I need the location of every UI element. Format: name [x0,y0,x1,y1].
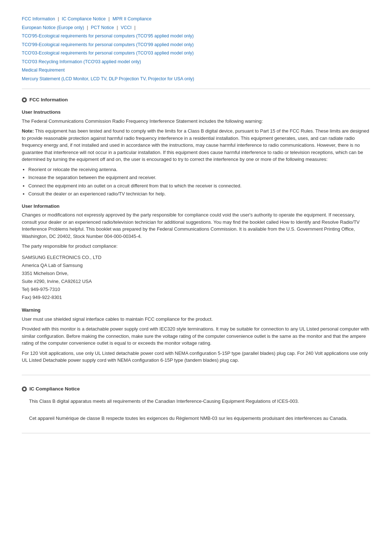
warning-title: Warning [22,307,370,314]
fcc-bullet-2: Increase the separation between the equi… [28,174,370,181]
user-instructions-intro: The Federal Communications Commission Ra… [22,118,370,125]
user-information-title: User Information [22,203,370,210]
tco03-nav-link[interactable]: TCO'03-Ecological requirements for perso… [22,50,194,56]
fcc-section-header: FCC Information [22,96,370,104]
fcc-note-bold: Note: [22,128,34,134]
separator: | [58,16,59,21]
separator: | [109,16,110,21]
warning-para2: Provided with this monitor is a detachab… [22,325,370,347]
user-information-para2: The party responsible for product compli… [22,243,370,250]
ic-section: IC Compliance Notice This Class B digita… [22,382,370,422]
ic-section-header: IC Compliance Notice [22,385,370,393]
address-block: SAMSUNG ELECTRONICS CO., LTDAmerica QA L… [22,254,370,302]
ic-para1: This Class B digital apparatus meets all… [29,398,370,405]
ic-content: This Class B digital apparatus meets all… [22,398,370,422]
warning-subsection: Warning User must use shielded signal in… [22,307,370,364]
fcc-bullet-4: Consult the dealer or an experienced rad… [28,190,370,198]
fcc-bullet-1: Reorient or relocate the receiving anten… [28,166,370,173]
tco03rec-nav-link[interactable]: TCO'03 Recycling Information (TCO'03 app… [22,59,141,64]
fcc-section: FCC Information User Instructions The Fe… [22,96,370,364]
navigation-links: FCC Information | IC Compliance Notice |… [22,15,370,83]
ic-para2: Cet appareil Numérique de classe B respe… [29,415,370,422]
tco95-nav-link[interactable]: TCO'95-Ecological requirements for perso… [22,33,194,39]
eu-nav-link[interactable]: European Notice (Europe only) [22,25,84,30]
fcc-bullets-list: Reorient or relocate the receiving anten… [28,166,370,198]
separator: | [134,25,135,30]
mpr-nav-link[interactable]: MPR II Compliance [113,16,152,21]
separator: | [117,25,118,30]
fcc-section-title: FCC Information [29,96,68,104]
fcc-nav-link[interactable]: FCC Information [22,16,55,21]
fcc-note-text: This equipment has been tested and found… [22,128,369,162]
warning-para3: For 120 Volt applications, use only UL L… [22,350,370,364]
separator: | [87,25,88,30]
fcc-bullet-3: Connect the equipment into an outlet on … [28,182,370,190]
mid-divider [22,375,370,375]
warning-para1: User must use shielded signal interface … [22,316,370,323]
pct-nav-link[interactable]: PCT Notice [91,25,114,30]
ic-nav-link[interactable]: IC Compliance Notice [62,16,106,21]
med-nav-link[interactable]: Medical Requirement [22,68,65,73]
user-information-para1: Changes or modifications not expressly a… [22,211,370,240]
vcci-nav-link[interactable]: VCCI [121,25,132,30]
top-divider [22,89,370,89]
tco99-nav-link[interactable]: TCO'99-Ecological requirements for perso… [22,42,194,47]
bottom-divider [22,433,370,433]
fcc-section-icon [22,97,27,102]
ic-section-icon [22,386,27,392]
fcc-note: Note: This equipment has been tested and… [22,127,370,163]
user-instructions-title: User Instructions [22,109,370,116]
mercury-nav-link[interactable]: Mercury Statement (LCD Monitor, LCD TV, … [22,76,194,81]
address-text: SAMSUNG ELECTRONICS CO., LTDAmerica QA L… [22,255,101,300]
user-information-subsection: User Information Changes or modification… [22,203,370,302]
user-instructions-subsection: User Instructions The Federal Communicat… [22,109,370,198]
ic-section-title: IC Compliance Notice [29,385,80,393]
